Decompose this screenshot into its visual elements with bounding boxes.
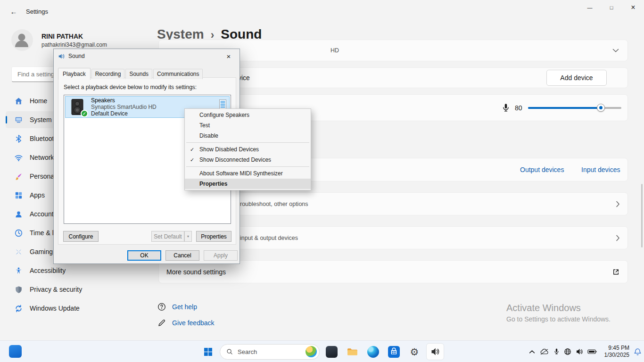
sidebar-label: Personal xyxy=(30,173,56,180)
menu-item-disable[interactable]: Disable xyxy=(185,131,311,141)
tab-playback[interactable]: Playback xyxy=(58,68,91,80)
slider-handle[interactable] xyxy=(597,104,605,112)
device-text: Speakers Synaptics SmartAudio HD Default… xyxy=(91,98,157,117)
sidebar-label: Bluetoot xyxy=(30,135,54,142)
menu-item-label: Show Disabled Devices xyxy=(199,146,259,153)
menu-separator xyxy=(186,142,309,143)
cancel-button[interactable]: Cancel xyxy=(165,250,199,261)
close-icon: × xyxy=(631,3,635,12)
start-button[interactable] xyxy=(199,343,217,360)
desktop: ← Settings — □ × RINI PATHAK pathakrini3… xyxy=(0,0,644,362)
sidebar-label: Gaming xyxy=(30,248,53,255)
sidebar-item-accessibility[interactable]: Accessibility xyxy=(6,262,147,279)
close-icon: × xyxy=(227,52,231,60)
sidebar-label: Apps xyxy=(30,191,45,199)
tray-microphone-icon[interactable] xyxy=(553,348,560,355)
more-sound-settings-label: More sound settings xyxy=(166,268,226,276)
ok-button[interactable]: OK xyxy=(127,250,161,261)
give-feedback-label: Give feedback xyxy=(172,319,215,327)
scrollbar-thumb[interactable] xyxy=(641,184,643,247)
account-block[interactable]: RINI PATHAK pathakrini343@gmail.com xyxy=(11,29,107,51)
menu-item-label: Properties xyxy=(199,181,227,187)
chevron-down-icon[interactable] xyxy=(612,49,619,53)
brush-icon xyxy=(14,172,23,181)
taskbar-file-explorer[interactable] xyxy=(343,343,361,360)
back-button[interactable]: ← xyxy=(7,5,21,17)
shield-icon xyxy=(14,285,23,294)
dialog-tabs: Playback Recording Sounds Communications xyxy=(58,67,204,79)
question-circle-icon xyxy=(157,303,166,311)
taskbar-edge[interactable] xyxy=(364,343,382,360)
all-devices-fragment: input & output devices xyxy=(240,235,298,241)
tab-communications[interactable]: Communications xyxy=(153,69,203,79)
chevron-right-icon xyxy=(616,235,620,241)
menu-item-configure-speakers[interactable]: Configure Speakers xyxy=(185,110,311,120)
onedrive-cloud-icon[interactable] xyxy=(539,348,549,355)
taskbar-dark-app[interactable] xyxy=(322,343,340,360)
store-icon xyxy=(388,346,400,358)
configure-button[interactable]: Configure xyxy=(63,231,99,242)
tab-sounds[interactable]: Sounds xyxy=(125,69,152,79)
clock[interactable]: 9:45 PM 1/30/2025 xyxy=(601,345,629,359)
network-globe-icon[interactable] xyxy=(564,348,571,355)
close-button[interactable]: × xyxy=(622,0,644,15)
battery-icon[interactable] xyxy=(587,349,597,354)
external-link-icon xyxy=(612,268,620,276)
sidebar-item-windows-update[interactable]: Windows Update xyxy=(6,300,147,317)
search-highlight-icon[interactable] xyxy=(305,346,317,357)
sidebar-label: System xyxy=(30,116,52,123)
folder-icon xyxy=(347,347,358,357)
wifi-icon xyxy=(14,153,23,162)
tray-chevron-up-icon[interactable] xyxy=(529,350,535,354)
input-devices-link[interactable]: Input devices xyxy=(581,166,620,173)
set-default-button[interactable]: Set Default xyxy=(151,231,184,242)
notification-bell-icon[interactable] xyxy=(634,348,642,356)
menu-item-show-disconnected-devices[interactable]: ✓ Show Disconnected Devices xyxy=(185,155,311,165)
volume-slider[interactable] xyxy=(528,104,621,112)
output-devices-link[interactable]: Output devices xyxy=(520,166,564,173)
sidebar-label: Home xyxy=(30,97,47,105)
clock-date: 1/30/2025 xyxy=(601,352,629,359)
menu-item-label: Test xyxy=(199,122,210,129)
menu-item-about-software-midi-synthesizer[interactable]: About Software MIDI Synthesizer xyxy=(185,168,311,179)
taskbar-sound-dialog[interactable] xyxy=(426,343,444,360)
menu-item-properties[interactable]: Properties xyxy=(185,179,311,189)
dialog-instruction: Select a playback device below to modify… xyxy=(64,84,197,90)
sidebar-label: Network xyxy=(30,154,54,161)
minimize-button[interactable]: — xyxy=(579,0,601,15)
sidebar-label: Accessibility xyxy=(30,267,66,274)
update-icon xyxy=(14,304,23,313)
add-device-button[interactable]: Add device xyxy=(546,70,607,86)
maximize-button[interactable]: □ xyxy=(601,0,622,15)
taskbar-settings[interactable]: ⚙ xyxy=(405,343,423,360)
account-text: RINI PATHAK pathakrini343@gmail.com xyxy=(41,33,107,48)
dialog-close-button[interactable]: × xyxy=(218,49,239,63)
taskbar-store[interactable] xyxy=(385,343,403,360)
pinned-blue-app-icon[interactable] xyxy=(9,345,22,358)
xbox-icon xyxy=(14,247,23,256)
give-feedback-link[interactable]: Give feedback xyxy=(157,319,215,327)
get-help-link[interactable]: Get help xyxy=(157,303,197,311)
sidebar-label: Windows Update xyxy=(30,304,80,312)
window-controls: — □ × xyxy=(579,0,644,15)
taskbar-search-label: Search xyxy=(238,348,301,355)
set-default-dropdown-icon[interactable]: ▼ xyxy=(184,231,192,242)
clock-icon xyxy=(14,229,23,238)
tab-recording[interactable]: Recording xyxy=(91,69,125,79)
apply-button[interactable]: Apply xyxy=(204,250,238,261)
properties-button[interactable]: Properties xyxy=(196,231,231,242)
search-icon xyxy=(226,348,233,355)
avatar xyxy=(11,29,33,51)
device-context-menu: Configure Speakers Test Disable ✓ Show D… xyxy=(184,108,311,190)
menu-item-test[interactable]: Test xyxy=(185,120,311,131)
menu-item-show-disabled-devices[interactable]: ✓ Show Disabled Devices xyxy=(185,144,311,155)
sidebar-item-privacy-security[interactable]: Privacy & security xyxy=(6,281,147,298)
taskbar-search[interactable]: Search xyxy=(220,344,320,360)
system-tray: 9:45 PM 1/30/2025 xyxy=(529,341,642,362)
person-icon xyxy=(14,210,23,219)
taskbar-center: Search ⚙ xyxy=(199,343,444,360)
taskbar: Search ⚙ 9:45 PM 1/ xyxy=(0,340,644,362)
minimize-icon: — xyxy=(587,5,593,10)
tray-speaker-icon[interactable] xyxy=(576,348,583,355)
dialog-titlebar[interactable]: Sound xyxy=(54,49,239,63)
